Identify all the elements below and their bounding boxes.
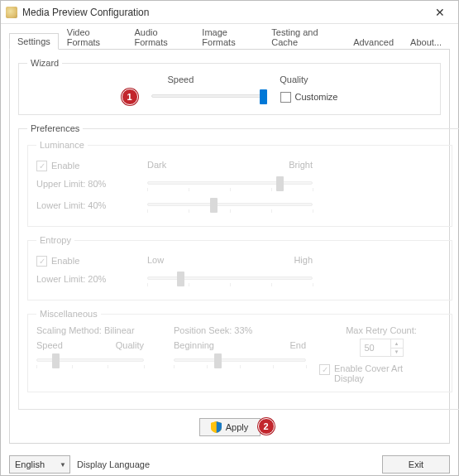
exit-button[interactable]: Exit [382,455,450,474]
luminance-legend: Luminance [36,140,88,150]
tab-image-formats[interactable]: Image Formats [194,24,263,50]
customize-label: Customize [295,92,338,102]
shield-icon [211,421,222,433]
app-icon [6,7,17,18]
scaling-slider[interactable] [36,352,144,370]
position-seek-thumb[interactable] [214,353,222,368]
entropy-slider[interactable] [147,270,313,288]
luminance-bright-label: Bright [289,160,313,170]
wizard-group: Wizard Speed Quality 1 Customize [18,58,441,115]
scaling-thumb[interactable] [52,353,60,368]
beginning-label: Beginning [174,340,214,350]
entropy-group: Entropy ✓ Enable Low High [27,235,452,301]
window-title: Media Preview Configuration [22,7,422,18]
position-seek-slider[interactable] [174,352,306,370]
entropy-high-label: High [294,255,313,265]
stepper-down-icon[interactable]: ▼ [391,349,403,357]
luminance-upper-label: Upper Limit: 80% [36,179,106,189]
luminance-group: Luminance ✓ Enable Dark Bright [27,140,452,227]
apply-label: Apply [226,422,249,432]
luminance-enable-checkbox[interactable]: ✓ Enable [36,161,79,171]
tab-testing-and-cache[interactable]: Testing and Cache [263,24,345,50]
titlebar: Media Preview Configuration ✕ [1,1,458,24]
misc-group: Miscellaneous Scaling Method: Bilinear S… [27,309,452,392]
callout-marker-1: 1 [122,89,138,105]
tab-about[interactable]: About... [402,34,450,50]
preferences-group: Preferences Luminance ✓ Enable [18,123,459,410]
exit-label: Exit [409,459,423,469]
preferences-legend: Preferences [27,123,83,133]
callout-marker-2: 2 [258,418,275,435]
luminance-lower-thumb[interactable] [210,198,218,213]
luminance-upper-slider[interactable] [147,175,313,193]
entropy-legend: Entropy [36,235,74,245]
language-dropdown[interactable]: English ▼ [9,455,70,474]
wizard-speed-label: Speed [168,75,194,84]
bottom-bar: English ▼ Display Language Exit [1,449,458,476]
checkbox-box [280,92,291,103]
content: Settings Video Formats Audio Formats Ima… [1,24,458,449]
luminance-dark-label: Dark [147,160,166,170]
display-language-label: Display Language [77,459,150,469]
stepper-up-icon[interactable]: ▲ [391,339,403,349]
customize-checkbox[interactable]: Customize [280,92,338,103]
luminance-lower-label: Lower Limit: 40% [36,200,106,210]
tab-settings[interactable]: Settings [9,33,59,50]
wizard-slider-thumb[interactable] [260,89,267,104]
window: Media Preview Configuration ✕ Settings V… [0,0,459,476]
close-icon: ✕ [435,6,445,19]
apply-button[interactable]: Apply [199,418,261,436]
entropy-low-label: Low [147,255,164,265]
wizard-slider[interactable] [151,88,267,106]
wizard-legend: Wizard [27,58,62,68]
scaling-method-label: Scaling Method: Bilinear [36,325,160,335]
luminance-lower-slider[interactable] [147,196,313,214]
language-value: English [15,459,60,469]
cover-art-checkbox[interactable]: ✓ Enable Cover Art Display [319,363,425,383]
max-retry-label: Max Retry Count: [319,325,443,335]
max-retry-value: 50 [361,339,390,356]
stepper[interactable]: ▲▼ [390,339,403,356]
wizard-quality-label: Quality [280,75,308,84]
misc-quality-label: Quality [116,340,144,350]
entropy-lower-label: Lower Limit: 20% [36,274,106,284]
tab-strip: Settings Video Formats Audio Formats Ima… [9,31,450,49]
end-label: End [289,340,306,350]
tab-audio-formats[interactable]: Audio Formats [126,24,194,50]
entropy-thumb[interactable] [177,272,184,286]
position-seek-label: Position Seek: 33% [174,325,306,335]
tab-panel-settings: Wizard Speed Quality 1 Customize [9,49,450,444]
misc-legend: Miscellaneous [36,309,101,319]
tab-video-formats[interactable]: Video Formats [59,24,127,50]
luminance-upper-thumb[interactable] [276,176,284,191]
chevron-down-icon: ▼ [60,461,66,469]
close-button[interactable]: ✕ [422,1,458,24]
tab-advanced[interactable]: Advanced [345,34,402,50]
max-retry-input[interactable]: 50 ▲▼ [360,339,404,357]
misc-speed-label: Speed [36,340,63,350]
entropy-enable-checkbox[interactable]: ✓ Enable [36,256,79,267]
